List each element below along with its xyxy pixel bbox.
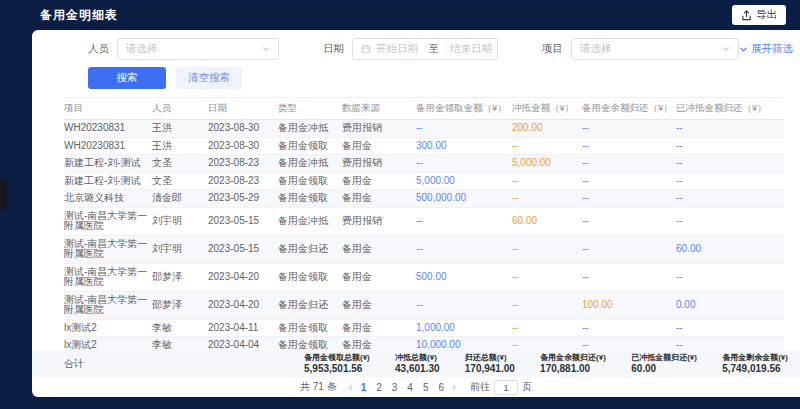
cell-offset: --: [512, 172, 582, 190]
cell-offset-return: 60.00: [676, 235, 784, 263]
cell-project: 测试-南昌大学第一附属医院: [64, 263, 152, 291]
cell-type: 备用金领取: [278, 319, 342, 337]
cell-offset-return: --: [676, 190, 784, 208]
cell-person: 王洪: [152, 137, 208, 155]
table-row: 测试-南昌大学第一附属医院邵梦泽2023-04-20备用金归还备用金----10…: [64, 291, 784, 319]
cell-source: 费用报销: [342, 207, 416, 235]
page-number-4[interactable]: 4: [407, 382, 413, 393]
cell-offset: 5,000.00: [512, 155, 582, 173]
page-number-3[interactable]: 3: [392, 382, 398, 393]
page-numbers: 123456: [361, 382, 444, 393]
cell-receive: 1,000.00: [416, 319, 512, 337]
next-page-button[interactable]: ›: [452, 382, 456, 392]
summary-item-value: 60.00: [631, 363, 697, 374]
export-button[interactable]: 导出: [732, 5, 786, 25]
cell-person: 文圣: [152, 172, 208, 190]
column-header-0: 项目: [64, 98, 152, 120]
cell-date: 2023-04-11: [208, 319, 278, 337]
person-select[interactable]: 请选择: [117, 38, 279, 60]
goto-page-input[interactable]: [494, 380, 518, 395]
cell-person: 李敏: [152, 337, 208, 351]
calendar-icon: [361, 44, 371, 54]
column-header-8: 已冲抵金额归还（¥）: [676, 98, 784, 120]
page-number-5[interactable]: 5: [423, 382, 429, 393]
cell-person: 刘宇明: [152, 207, 208, 235]
summary-item: 备用金领取总额(¥)5,953,501.56: [304, 353, 370, 374]
page-number-2[interactable]: 2: [376, 382, 382, 393]
chevron-down-icon: [262, 45, 270, 53]
table-row: lx测试2李敏2023-04-11备用金领取备用金1,000.00------: [64, 319, 784, 337]
column-header-4: 数据来源: [342, 98, 416, 120]
cell-source: 备用金: [342, 172, 416, 190]
cell-project: 新建工程-刘-测试: [64, 172, 152, 190]
cell-date: 2023-04-20: [208, 263, 278, 291]
cell-offset: --: [512, 319, 582, 337]
cell-person: 邵梦泽: [152, 291, 208, 319]
search-button[interactable]: 搜索: [88, 67, 166, 89]
cell-person: 文圣: [152, 155, 208, 173]
table-body: WH20230831王洪2023-08-30备用金冲抵费用报销--200.00-…: [64, 120, 784, 351]
date-start-placeholder: 开始日期: [376, 42, 418, 56]
clear-search-button[interactable]: 清空搜索: [176, 67, 242, 89]
goto-page: 前往 页: [470, 380, 532, 395]
cell-offset-return: --: [676, 319, 784, 337]
date-range-picker[interactable]: 开始日期 至 结束日期: [352, 38, 498, 60]
cell-type: 备用金领取: [278, 190, 342, 208]
cell-offset-return: 0.00: [676, 291, 784, 319]
cell-balance-return: --: [582, 155, 676, 173]
cell-balance-return: --: [582, 120, 676, 138]
table-container: 项目人员日期类型数据来源备用金领取金额（¥）冲抵金额（¥）备用金余额归还（¥）已…: [64, 97, 784, 350]
cell-project: 北京璐义科技: [64, 190, 152, 208]
person-filter-label: 人员: [88, 42, 109, 56]
cell-offset: --: [512, 337, 582, 351]
cell-source: 备用金: [342, 235, 416, 263]
cell-source: 费用报销: [342, 155, 416, 173]
column-header-7: 备用金余额归还（¥）: [582, 98, 676, 120]
expand-filter-label: 展开筛选: [751, 42, 793, 56]
goto-prefix-label: 前往: [470, 380, 490, 394]
cell-person: 王洪: [152, 120, 208, 138]
cell-receive: 500.00: [416, 263, 512, 291]
summary-items: 备用金领取总额(¥)5,953,501.56冲抵总额(¥)43,601.30归还…: [304, 353, 788, 374]
cell-receive: --: [416, 235, 512, 263]
cell-balance-return: 100.00: [582, 291, 676, 319]
cell-type: 备用金领取: [278, 172, 342, 190]
cell-offset-return: --: [676, 155, 784, 173]
cell-offset: --: [512, 263, 582, 291]
filter-row: 人员 请选择 日期 开始日期 至 结束日期 项目 请选择: [88, 38, 782, 60]
cell-type: 备用金领取: [278, 337, 342, 351]
cell-date: 2023-05-29: [208, 190, 278, 208]
page-number-6[interactable]: 6: [438, 382, 444, 393]
summary-item: 备用金余额归还(¥)170,881.00: [540, 353, 606, 374]
person-filter: 人员 请选择: [88, 38, 279, 60]
cell-project: WH20230831: [64, 120, 152, 138]
project-select[interactable]: 请选择: [571, 38, 739, 60]
summary-item-value: 5,749,019.56: [722, 363, 788, 374]
summary-item-value: 170,881.00: [540, 363, 606, 374]
cell-balance-return: --: [582, 207, 676, 235]
cell-offset: --: [512, 190, 582, 208]
page-number-1[interactable]: 1: [361, 382, 367, 393]
cell-date: 2023-08-30: [208, 120, 278, 138]
prev-page-button[interactable]: ‹: [349, 382, 353, 392]
cell-receive: 10,000.00: [416, 337, 512, 351]
drawer-handle[interactable]: [0, 180, 7, 210]
summary-item-label: 归还总额(¥): [465, 353, 515, 363]
cell-date: 2023-05-15: [208, 207, 278, 235]
cell-source: 备用金: [342, 137, 416, 155]
export-label: 导出: [756, 8, 777, 22]
project-placeholder: 请选择: [580, 42, 612, 56]
cell-source: 备用金: [342, 319, 416, 337]
cell-offset: --: [512, 235, 582, 263]
records-table: 项目人员日期类型数据来源备用金领取金额（¥）冲抵金额（¥）备用金余额归还（¥）已…: [64, 97, 784, 350]
cell-offset: 200.00: [512, 120, 582, 138]
action-row: 搜索 清空搜索: [88, 67, 800, 89]
expand-filter-link[interactable]: 展开筛选: [739, 42, 793, 56]
cell-type: 备用金归还: [278, 235, 342, 263]
cell-source: 备用金: [342, 291, 416, 319]
cell-date: 2023-08-23: [208, 155, 278, 173]
cell-offset-return: --: [676, 172, 784, 190]
goto-suffix-label: 页: [522, 380, 532, 394]
cell-balance-return: --: [582, 137, 676, 155]
cell-type: 备用金归还: [278, 291, 342, 319]
